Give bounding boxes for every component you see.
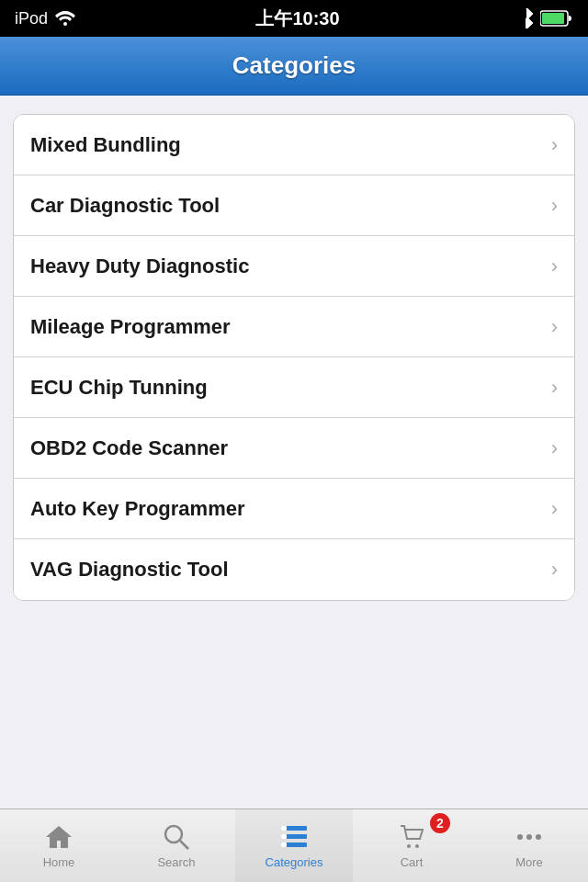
list-item[interactable]: Mileage Programmer › — [14, 297, 574, 357]
category-label: ECU Chip Tunning — [30, 376, 208, 400]
more-icon — [514, 822, 544, 852]
svg-point-11 — [407, 844, 411, 848]
chevron-right-icon: › — [551, 436, 558, 460]
list-item[interactable]: Heavy Duty Diagnostic › — [14, 236, 574, 297]
category-label: Car Diagnostic Tool — [30, 194, 220, 218]
chevron-right-icon: › — [551, 315, 558, 339]
chevron-right-icon: › — [551, 194, 558, 218]
list-item[interactable]: Mixed Bundling › — [14, 115, 574, 175]
status-bar: iPod 上午10:30 — [0, 0, 588, 37]
cart-badge: 2 — [430, 813, 450, 833]
list-item[interactable]: Car Diagnostic Tool › — [14, 175, 574, 236]
home-icon — [44, 822, 74, 852]
svg-point-3 — [165, 826, 182, 842]
categories-list: Mixed Bundling › Car Diagnostic Tool › H… — [13, 114, 575, 601]
svg-point-0 — [63, 22, 67, 26]
svg-point-14 — [526, 834, 532, 840]
carrier-label: iPod — [15, 9, 48, 28]
category-label: OBD2 Code Scanner — [30, 436, 228, 460]
list-item[interactable]: Auto Key Programmer › — [14, 479, 574, 539]
battery-icon — [540, 10, 573, 27]
bluetooth-icon — [520, 8, 533, 28]
cart-icon — [397, 822, 426, 852]
content-area: Mixed Bundling › Car Diagnostic Tool › H… — [0, 96, 588, 808]
categories-icon — [279, 822, 309, 852]
tab-categories-label: Categories — [266, 855, 323, 869]
list-item[interactable]: VAG Diagnostic Tool › — [14, 539, 574, 600]
tab-bar: Home Search Categories 2 Cart — [0, 808, 588, 882]
status-left: iPod — [15, 9, 75, 28]
svg-point-13 — [517, 834, 523, 840]
chevron-right-icon: › — [551, 558, 558, 582]
chevron-right-icon: › — [551, 133, 558, 157]
tab-home-label: Home — [43, 855, 75, 869]
tab-categories[interactable]: Categories — [235, 809, 353, 882]
svg-point-12 — [415, 844, 419, 848]
svg-rect-2 — [542, 13, 564, 24]
category-label: Heavy Duty Diagnostic — [30, 254, 249, 278]
chevron-right-icon: › — [551, 497, 558, 521]
list-item[interactable]: ECU Chip Tunning › — [14, 357, 574, 418]
category-label: VAG Diagnostic Tool — [30, 558, 229, 582]
nav-bar: Categories — [0, 37, 588, 96]
svg-point-15 — [536, 834, 541, 840]
chevron-right-icon: › — [551, 376, 558, 400]
tab-more-label: More — [515, 855, 543, 869]
svg-rect-8 — [281, 826, 287, 831]
search-icon — [162, 822, 191, 852]
tab-search-label: Search — [157, 855, 195, 869]
category-label: Mixed Bundling — [30, 133, 181, 157]
category-label: Mileage Programmer — [30, 315, 231, 339]
chevron-right-icon: › — [551, 254, 558, 278]
svg-line-4 — [180, 841, 188, 849]
tab-search[interactable]: Search — [118, 809, 235, 882]
status-time: 上午10:30 — [255, 6, 339, 31]
category-label: Auto Key Programmer — [30, 497, 245, 521]
tab-more[interactable]: More — [470, 809, 588, 882]
svg-rect-9 — [281, 834, 287, 839]
wifi-icon — [55, 11, 75, 26]
page-title: Categories — [232, 51, 356, 80]
tab-cart-label: Cart — [401, 855, 424, 869]
list-item[interactable]: OBD2 Code Scanner › — [14, 418, 574, 479]
svg-rect-10 — [281, 842, 287, 847]
tab-cart[interactable]: 2 Cart — [353, 809, 470, 882]
tab-home[interactable]: Home — [0, 809, 118, 882]
status-right — [520, 8, 573, 28]
